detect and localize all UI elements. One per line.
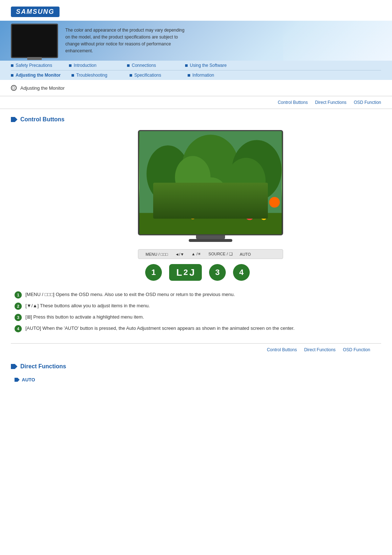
auto-arrow-icon	[15, 378, 20, 382]
nav-bullet	[130, 74, 132, 77]
tab-direct-functions[interactable]: Direct Functions	[315, 100, 347, 105]
nav-label-software: Using the Software	[190, 63, 226, 68]
header: SAMSUNG	[0, 0, 392, 17]
svg-point-13	[157, 211, 164, 218]
svg-rect-6	[205, 188, 216, 224]
list-item: 3 [⊞] Press this button to activate a hi…	[15, 313, 381, 321]
svg-point-16	[261, 214, 267, 220]
list-item: 2 [▼/▲] These buttons allow you to adjus…	[15, 302, 381, 310]
svg-rect-8	[171, 188, 179, 213]
svg-rect-12	[139, 213, 282, 234]
svg-point-5	[226, 158, 266, 204]
list-item: 1 [MENU / □□□] Opens the OSD menu. Also …	[15, 291, 381, 299]
nav-bullet	[69, 64, 72, 67]
tab-control-buttons[interactable]: Control Buttons	[278, 100, 308, 105]
monitor-screen	[139, 131, 282, 234]
nav-item-adjusting[interactable]: Adjusting the Monitor	[11, 70, 72, 80]
list-item: 4 [AUTO] When the 'AUTO' button is press…	[15, 325, 381, 332]
instruction-list: 1 [MENU / □□□] Opens the OSD menu. Also …	[11, 291, 381, 332]
control-btn-2[interactable]: L 2 J	[169, 264, 202, 281]
monitor-stand	[196, 235, 225, 239]
nav-bullet	[11, 64, 13, 67]
bracket-left: L	[176, 267, 182, 278]
direct-functions-heading: Direct Functions	[11, 363, 381, 370]
nav-item-specifications[interactable]: Specifications	[130, 70, 188, 80]
tabs-bar-2: Control Buttons Direct Functions OSD Fun…	[11, 343, 381, 356]
btn-num-2: 2	[184, 268, 188, 277]
auto-subsection: AUTO	[15, 377, 381, 382]
control-btn-4[interactable]: 4	[233, 264, 250, 281]
auto-label-text: AUTO	[22, 377, 35, 382]
nav-label-introduction: Introduction	[74, 63, 97, 68]
control-btn-3[interactable]: 3	[209, 264, 226, 281]
tabs-bar: Control Buttons Direct Functions OSD Fun…	[0, 96, 392, 109]
item-badge-3: 3	[15, 314, 22, 321]
nav-bullet	[72, 74, 74, 77]
tab2-control-buttons[interactable]: Control Buttons	[267, 347, 297, 352]
nav-bullet	[188, 74, 190, 77]
control-diagram: MENU / □□□ ◄/▼ ▲ /☀ SOURCE / ❏ AUTO 1 L …	[11, 249, 381, 284]
section-arrow-icon-2	[11, 364, 17, 369]
tab-osd-function[interactable]: OSD Function	[354, 100, 381, 105]
svg-point-17	[269, 197, 280, 207]
control-buttons-heading: Control Buttons	[11, 116, 381, 123]
tab2-osd-function[interactable]: OSD Function	[343, 347, 370, 352]
nav-item-information[interactable]: Information	[188, 70, 246, 80]
nav-row-1: Safety Precautions Introduction Connecti…	[11, 61, 381, 70]
logo-text: SAMSUNG	[11, 7, 60, 17]
nav-item-connections[interactable]: Connections	[127, 61, 185, 70]
control-buttons-title: Control Buttons	[20, 116, 65, 123]
control-btn-1[interactable]: 1	[145, 264, 162, 281]
nav-label-specifications: Specifications	[134, 73, 161, 78]
label-auto: AUTO	[240, 252, 251, 256]
item-badge-4: 4	[15, 325, 22, 332]
item-badge-2: 2	[15, 303, 22, 310]
nav-bullet	[127, 64, 130, 67]
direct-functions-title: Direct Functions	[20, 363, 66, 370]
content-area: Control Buttons	[0, 109, 392, 390]
monitor-frame	[138, 130, 283, 235]
nav-label-adjusting: Adjusting the Monitor	[16, 73, 61, 78]
samsung-logo: SAMSUNG	[11, 7, 381, 17]
nav-item-safety[interactable]: Safety Precautions	[11, 61, 69, 70]
breadcrumb-icon: O	[11, 85, 17, 91]
item-text-3: [⊞] Press this button to activate a high…	[25, 313, 144, 321]
nav-label-connections: Connections	[132, 63, 156, 68]
tab2-direct-functions[interactable]: Direct Functions	[304, 347, 336, 352]
nav-item-software[interactable]: Using the Software	[185, 61, 243, 70]
nav-label-information: Information	[192, 73, 214, 78]
breadcrumb-text: Adjusting the Monitor	[20, 85, 65, 91]
nav-label-safety: Safety Precautions	[16, 63, 52, 68]
control-buttons-row: 1 L 2 J 3 4	[138, 261, 283, 284]
label-bright-up: ▲ /☀	[191, 252, 201, 256]
label-brightness: ◄/▼	[175, 252, 184, 256]
item-text-4: [AUTO] When the 'AUTO' button is pressed…	[25, 325, 295, 332]
nav-label-troubleshooting: Troubleshooting	[76, 73, 107, 78]
banner-decoration	[283, 21, 392, 61]
monitor-display-area	[11, 130, 381, 242]
banner-description: The color and appearance of the product …	[65, 27, 189, 55]
svg-marker-11	[168, 194, 181, 199]
nav-item-troubleshooting[interactable]: Troubleshooting	[72, 70, 130, 80]
nav-row-2: Adjusting the Monitor Troubleshooting Sp…	[11, 70, 381, 80]
svg-point-15	[245, 211, 254, 220]
nav-bullet	[185, 64, 188, 67]
garden-scene	[139, 131, 282, 234]
nav-bullet-active	[11, 74, 13, 77]
bracket-right: J	[189, 267, 195, 278]
label-menu: MENU / □□□	[146, 252, 168, 256]
svg-point-14	[190, 214, 196, 219]
breadcrumb: O Adjusting the Monitor	[0, 80, 392, 96]
nav-item-introduction[interactable]: Introduction	[69, 61, 127, 70]
navigation-bar: Safety Precautions Introduction Connecti…	[0, 61, 392, 80]
svg-point-7	[196, 177, 225, 199]
svg-marker-10	[170, 189, 180, 194]
item-text-1: [MENU / □□□] Opens the OSD menu. Also us…	[25, 291, 235, 298]
item-badge-1: 1	[15, 291, 22, 299]
banner: The color and appearance of the product …	[0, 21, 392, 61]
svg-point-4	[175, 156, 211, 199]
control-bar-labels: MENU / □□□ ◄/▼ ▲ /☀ SOURCE / ❏ AUTO	[138, 249, 283, 259]
banner-monitor-image	[11, 24, 58, 58]
label-source: SOURCE / ❏	[208, 252, 232, 256]
monitor-base	[189, 239, 232, 242]
